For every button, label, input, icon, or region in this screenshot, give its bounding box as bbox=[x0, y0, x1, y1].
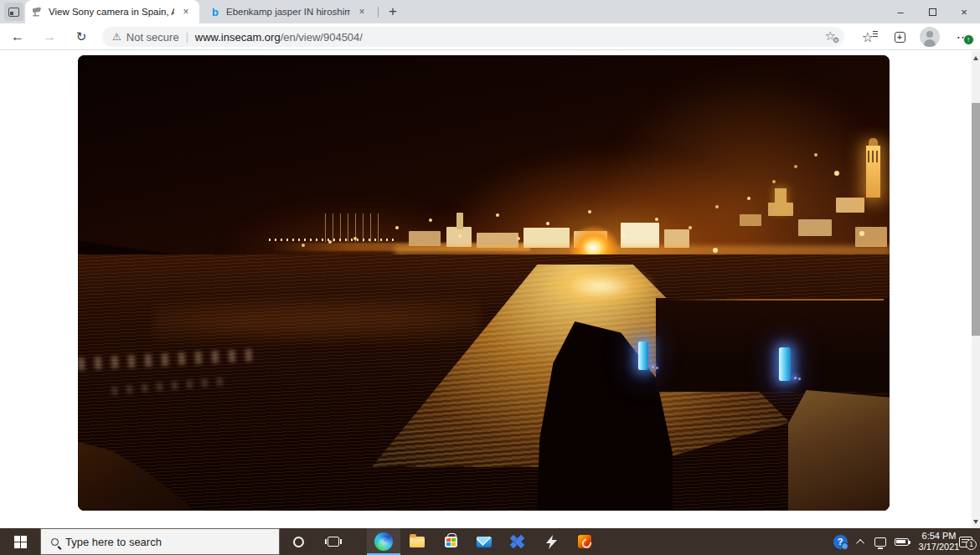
help-tray-button[interactable]: ? bbox=[829, 528, 851, 555]
microsoft-store-button[interactable] bbox=[434, 528, 467, 555]
building bbox=[664, 229, 689, 248]
url-divider: | bbox=[186, 31, 188, 43]
list-lines-icon bbox=[873, 31, 878, 37]
reflection-hotspot bbox=[544, 265, 658, 308]
show-hidden-icons-button[interactable] bbox=[853, 528, 869, 555]
building bbox=[409, 231, 441, 246]
clock-time: 6:54 PM bbox=[922, 531, 957, 542]
pool-deck bbox=[788, 390, 890, 511]
building bbox=[621, 223, 659, 248]
hill-building bbox=[740, 214, 761, 226]
security-camera-icon bbox=[32, 6, 44, 18]
edge-icon bbox=[374, 532, 393, 551]
string-lights bbox=[269, 239, 396, 241]
search-icon bbox=[51, 538, 59, 546]
taskbar-search[interactable] bbox=[40, 528, 280, 555]
mail-icon bbox=[477, 537, 492, 547]
tower-windows bbox=[868, 151, 879, 162]
close-window-button[interactable]: × bbox=[948, 0, 980, 23]
display-tray-button[interactable] bbox=[871, 528, 890, 555]
start-button[interactable] bbox=[0, 528, 40, 555]
hill-building bbox=[855, 227, 887, 247]
church-tower bbox=[866, 146, 880, 198]
dropbox-icon bbox=[510, 535, 525, 549]
url-path: /en/view/904504/ bbox=[281, 31, 363, 44]
mid-rocks bbox=[153, 296, 480, 348]
action-center-button[interactable]: 1 bbox=[953, 528, 978, 555]
file-explorer-button[interactable] bbox=[400, 528, 434, 555]
street-lights bbox=[78, 55, 80, 57]
cortana-icon bbox=[293, 537, 304, 547]
mail-button[interactable] bbox=[467, 528, 501, 555]
seafront-wall bbox=[656, 298, 890, 392]
lightning-icon bbox=[546, 535, 557, 549]
notification-count-badge: 1 bbox=[966, 539, 977, 550]
favorites-hub-button[interactable]: ☆ bbox=[856, 26, 879, 48]
back-button[interactable]: ← bbox=[5, 24, 30, 49]
cyan-light-panel bbox=[779, 347, 791, 381]
tab-separator bbox=[378, 7, 379, 18]
minimize-button[interactable]: – bbox=[885, 0, 916, 23]
hill-building bbox=[798, 219, 832, 236]
scroll-up-arrow[interactable] bbox=[973, 56, 978, 60]
new-tab-button[interactable]: + bbox=[383, 2, 403, 22]
refresh-button[interactable]: ↻ bbox=[69, 24, 94, 49]
restore-button[interactable] bbox=[916, 0, 948, 23]
hill-building bbox=[836, 198, 864, 213]
chevron-up-icon bbox=[856, 538, 864, 547]
restore-icon bbox=[929, 8, 936, 16]
gear-icon: ⚙ bbox=[833, 37, 839, 44]
settings-menu-button[interactable]: ⋯ ↑ bbox=[952, 26, 975, 48]
building bbox=[446, 227, 472, 247]
not-secure-warning-icon: ⚠ bbox=[112, 31, 121, 43]
tab-close-button[interactable]: × bbox=[355, 5, 369, 18]
building bbox=[524, 228, 570, 248]
tab-actions-icon bbox=[8, 8, 19, 17]
not-secure-label[interactable]: Not secure bbox=[126, 31, 179, 44]
cyan-light-panel bbox=[638, 342, 648, 370]
url-domain: www.insecam.org bbox=[195, 31, 281, 44]
taskbar: ? 6:54 PM 3/17/2021 1 bbox=[0, 528, 980, 555]
forward-button[interactable]: → bbox=[37, 24, 62, 49]
collections-icon: + bbox=[895, 32, 905, 43]
tab-title: View Sony camera in Spain, Adej bbox=[49, 7, 174, 17]
address-bar[interactable]: ⚠ Not secure | www.insecam.org /en/view/… bbox=[102, 27, 844, 47]
bell-tower bbox=[775, 188, 787, 212]
office-button[interactable] bbox=[568, 528, 601, 555]
windows-logo-icon bbox=[14, 536, 27, 548]
lightning-app-button[interactable] bbox=[534, 528, 568, 555]
dropbox-button[interactable] bbox=[501, 528, 534, 555]
wall-edge-light bbox=[664, 299, 884, 301]
screen: View Sony camera in Spain, Adej × b Eben… bbox=[0, 0, 980, 555]
task-view-icon bbox=[328, 537, 339, 547]
edge-taskbar-button[interactable] bbox=[367, 528, 400, 555]
tab-bing-search[interactable]: b Ebenkamp jasper IN hiroshima s × bbox=[203, 0, 375, 23]
tab-webcam[interactable]: View Sony camera in Spain, Adej × bbox=[25, 0, 199, 23]
notification-icon: 1 bbox=[959, 537, 972, 547]
flag-poles bbox=[325, 213, 379, 242]
webcam-photo bbox=[78, 55, 890, 511]
office-icon bbox=[578, 535, 591, 548]
battery-icon bbox=[895, 538, 909, 546]
profile-avatar[interactable] bbox=[920, 27, 940, 47]
cortana-button[interactable] bbox=[281, 528, 315, 555]
task-view-button[interactable] bbox=[317, 528, 350, 555]
scrollbar[interactable] bbox=[972, 51, 980, 528]
display-icon bbox=[874, 537, 886, 547]
tab-actions-menu-button[interactable] bbox=[4, 3, 23, 21]
building-tower bbox=[456, 213, 463, 229]
tab-title: Ebenkamp jasper IN hiroshima s bbox=[226, 7, 350, 17]
add-favorite-button[interactable]: ☆ ⚙ bbox=[825, 28, 836, 44]
store-bag-icon bbox=[445, 537, 457, 547]
tab-close-button[interactable]: × bbox=[179, 5, 193, 18]
bing-icon: b bbox=[209, 6, 221, 18]
help-icon: ? bbox=[833, 535, 848, 549]
collections-button[interactable]: + bbox=[888, 26, 911, 48]
lamp-core bbox=[584, 240, 602, 255]
scrollbar-thumb[interactable] bbox=[972, 103, 980, 336]
scroll-down-arrow[interactable] bbox=[973, 520, 978, 524]
battery-tray-button[interactable] bbox=[891, 528, 911, 555]
search-input[interactable] bbox=[65, 536, 250, 548]
browser-toolbar: ← → ↻ ⚠ Not secure | www.insecam.org /en… bbox=[0, 23, 980, 50]
tab-bar: View Sony camera in Spain, Adej × b Eben… bbox=[0, 0, 980, 23]
